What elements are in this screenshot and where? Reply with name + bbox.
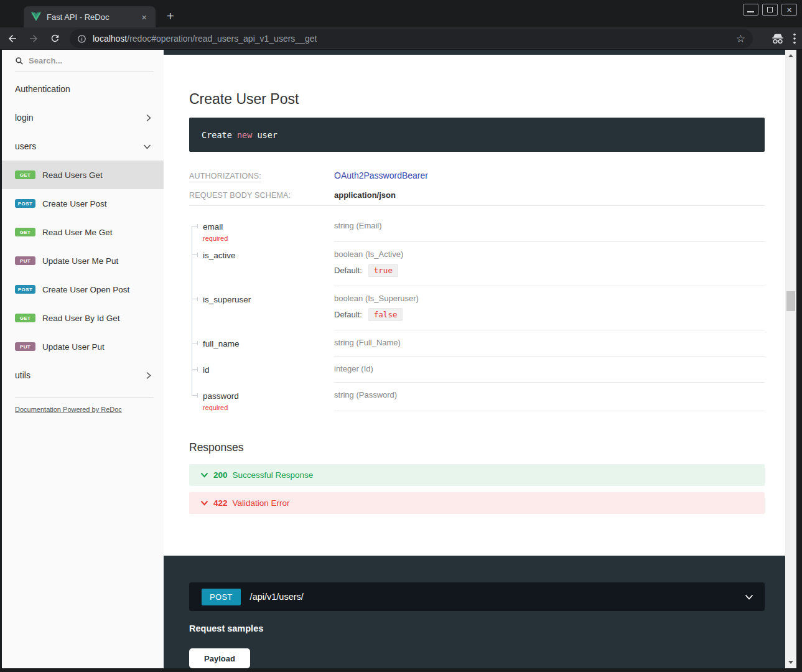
close-window-button[interactable]: ×	[781, 4, 797, 16]
sidebar-item-authentication[interactable]: Authentication	[2, 75, 164, 103]
url-bar: localhost/redoc#operation/read_users_api…	[0, 27, 802, 50]
incognito-icon	[771, 33, 785, 44]
tree-connector	[189, 383, 203, 411]
field-name: password	[203, 391, 239, 401]
response-label: Successful Response	[233, 470, 314, 480]
schema-row-is-superuser: is_superuser boolean (Is_Superuser) Defa…	[189, 286, 765, 330]
request-console-panel: POST /api/v1/users/ Request samples Payl…	[164, 556, 785, 668]
schema-row-id: id integer (Id)	[189, 357, 765, 383]
search-box[interactable]	[15, 56, 154, 72]
chevron-down-icon	[143, 144, 151, 149]
scroll-up-arrow[interactable]	[788, 54, 793, 57]
method-badge-post: POST	[15, 285, 35, 294]
address-input[interactable]: localhost/redoc#operation/read_users_api…	[70, 29, 753, 48]
minimize-button[interactable]	[743, 4, 758, 16]
tree-connector	[189, 242, 203, 286]
redoc-footer-link[interactable]: Documentation Powered by ReDoc	[15, 406, 154, 413]
endpoint-path: /api/v1/users/	[250, 592, 745, 602]
menu-dots-icon[interactable]	[793, 33, 796, 44]
field-type: boolean (Is_Superuser)	[334, 294, 765, 303]
request-body-schema-label: REQUEST BODY SCHEMA:	[189, 191, 334, 200]
response-code: 200	[213, 470, 228, 480]
schema-row-password: password required string (Password)	[189, 383, 765, 411]
schema-row-full-name: full_name string (Full_Name)	[189, 330, 765, 357]
method-badge-post: POST	[15, 199, 35, 208]
request-samples-heading: Request samples	[189, 623, 765, 633]
request-body-media-type: application/json	[334, 190, 765, 200]
page-title: Create User Post	[189, 91, 765, 108]
previous-section-panel-edge	[164, 50, 785, 55]
favicon-v-icon	[31, 12, 41, 21]
response-200-bar[interactable]: 200 Successful Response	[189, 464, 765, 486]
schema-row-is-active: is_active boolean (Is_Active) Default:tr…	[189, 242, 765, 286]
required-flag: required	[203, 235, 228, 242]
chevron-down-icon	[745, 594, 753, 600]
sidebar-item-update-user-me-put[interactable]: PUT Update User Me Put	[2, 246, 164, 275]
search-icon	[15, 57, 24, 65]
default-value-chip: true	[368, 264, 398, 277]
tree-connector	[189, 286, 203, 330]
search-input[interactable]	[29, 56, 128, 65]
field-type: string (Email)	[334, 221, 765, 230]
field-name: email	[203, 222, 223, 231]
maximize-button[interactable]	[762, 4, 778, 16]
field-type: boolean (Is_Active)	[334, 250, 765, 259]
page-scrollbar[interactable]	[785, 50, 796, 668]
tab-bar: Fast API - ReDoc × + ×	[0, 0, 802, 27]
field-type: integer (Id)	[334, 364, 765, 373]
bookmark-star-icon[interactable]: ☆	[736, 32, 745, 45]
chevron-down-icon	[200, 500, 208, 506]
tree-connector	[189, 357, 203, 383]
back-button[interactable]	[4, 30, 21, 47]
page-info-icon[interactable]	[77, 34, 86, 44]
authorizations-label: AUTHORIZATIONS:	[189, 172, 334, 180]
sidebar: Authentication login users GET Read User…	[2, 50, 164, 668]
required-flag: required	[203, 404, 239, 411]
tab-close-icon[interactable]: ×	[139, 11, 149, 23]
field-type: string (Full_Name)	[334, 338, 765, 347]
sidebar-item-utils[interactable]: utils	[2, 361, 164, 390]
responses-heading: Responses	[189, 441, 765, 454]
endpoint-dropdown[interactable]: POST /api/v1/users/	[189, 582, 765, 611]
chevron-right-icon	[146, 371, 151, 380]
response-code: 422	[213, 498, 228, 508]
scrollbar-thumb[interactable]	[786, 291, 795, 311]
reload-button[interactable]	[46, 30, 63, 47]
scroll-down-arrow[interactable]	[788, 661, 793, 664]
default-value-chip: false	[368, 308, 403, 321]
browser-tab[interactable]: Fast API - ReDoc ×	[24, 6, 156, 27]
sidebar-item-login[interactable]: login	[2, 103, 164, 132]
method-badge-put: PUT	[15, 256, 35, 265]
sidebar-item-read-user-by-id-get[interactable]: GET Read User By Id Get	[2, 304, 164, 332]
method-badge-get: GET	[15, 170, 35, 179]
response-label: Validation Error	[233, 498, 290, 508]
main-content: Create User Post Create new user AUTHORI…	[164, 50, 785, 668]
sidebar-item-users[interactable]: users	[2, 132, 164, 161]
operation-description-panel: Create new user	[189, 118, 765, 152]
chevron-right-icon	[146, 114, 151, 122]
method-badge-get: GET	[15, 314, 35, 322]
browser-window: Fast API - ReDoc × + × localhost/redoc#o…	[0, 0, 802, 672]
default-label: Default:	[334, 266, 362, 275]
new-tab-button[interactable]: +	[163, 8, 178, 25]
sidebar-item-create-user-post[interactable]: POST Create User Post	[2, 189, 164, 218]
tab-payload[interactable]: Payload	[189, 648, 250, 668]
sidebar-item-read-user-me-get[interactable]: GET Read User Me Get	[2, 218, 164, 246]
response-422-bar[interactable]: 422 Validation Error	[189, 492, 765, 514]
chevron-down-icon	[200, 472, 208, 478]
sidebar-item-create-user-open-post[interactable]: POST Create User Open Post	[2, 275, 164, 304]
forward-button[interactable]	[25, 30, 42, 47]
field-type: string (Password)	[334, 390, 765, 399]
field-name: id	[203, 365, 210, 375]
field-name: full_name	[203, 339, 240, 348]
sidebar-item-update-user-put[interactable]: PUT Update User Put	[2, 332, 164, 361]
field-name: is_active	[203, 251, 236, 260]
method-badge-get: GET	[15, 228, 35, 236]
oauth2-link[interactable]: OAuth2PasswordBearer	[334, 170, 765, 180]
sidebar-item-read-users-get[interactable]: GET Read Users Get	[2, 161, 164, 189]
sidebar-divider	[15, 397, 154, 398]
schema-row-email: email required string (Email)	[189, 213, 765, 242]
tab-title: Fast API - ReDoc	[47, 12, 139, 22]
field-name: is_superuser	[203, 295, 251, 304]
tree-connector	[189, 213, 203, 242]
